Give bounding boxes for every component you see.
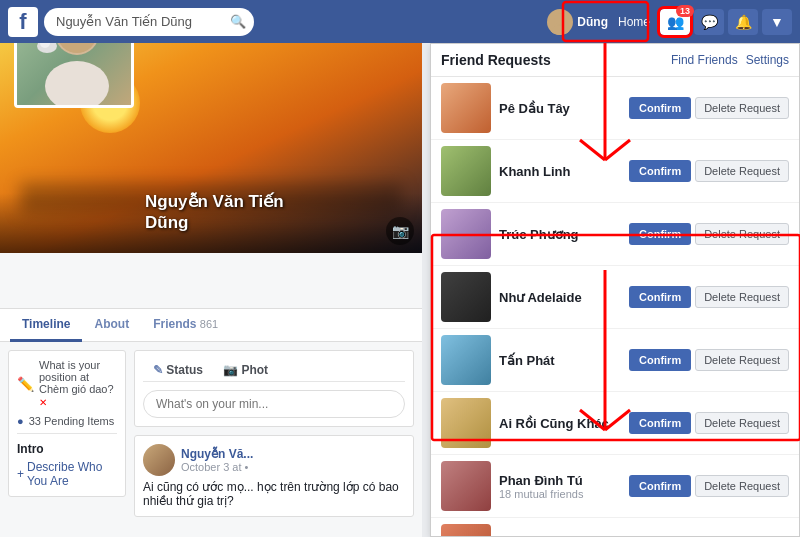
friend-request-item: Trúc Phương Confirm Delete Request: [431, 203, 799, 266]
confirm-button[interactable]: Confirm: [629, 475, 691, 497]
delete-request-button[interactable]: Delete Request: [695, 349, 789, 371]
settings-link[interactable]: Settings: [746, 53, 789, 67]
fr-avatar: [441, 272, 491, 322]
post-avatar: [143, 444, 175, 476]
fr-avatar: [441, 83, 491, 133]
delete-request-button[interactable]: Delete Request: [695, 412, 789, 434]
friend-request-item: Nở Ồ NỒ Confirm Delete Request: [431, 518, 799, 537]
tab-friends[interactable]: Friends 861: [141, 309, 230, 342]
fr-info: Trúc Phương: [499, 227, 621, 242]
fr-name[interactable]: Phan Đình Tú: [499, 473, 621, 488]
tab-timeline[interactable]: Timeline: [10, 309, 82, 342]
fr-buttons: Confirm Delete Request: [629, 349, 789, 371]
intro-section: Intro + Describe Who You Are: [17, 442, 117, 488]
fr-info: Phan Đình Tú 18 mutual friends: [499, 473, 621, 500]
fr-mutual: 18 mutual friends: [499, 488, 621, 500]
notifications-button[interactable]: 🔔: [728, 9, 758, 35]
cover-name-area: Nguyễn Văn Tiến Dũng: [145, 192, 284, 233]
about-panel: ✏️ What is your position at Chèm gió dao…: [8, 350, 126, 497]
friend-request-item: Như Adelaide Confirm Delete Request: [431, 266, 799, 329]
change-cover-button[interactable]: 📷: [386, 217, 414, 245]
home-link[interactable]: Home: [618, 15, 650, 29]
delete-request-button[interactable]: Delete Request: [695, 97, 789, 119]
photo-tab[interactable]: 📷 Phot: [213, 359, 278, 381]
delete-request-button[interactable]: Delete Request: [695, 286, 789, 308]
status-tab-label: Status: [166, 363, 203, 377]
add-intro[interactable]: + Describe Who You Are: [17, 460, 117, 488]
photo-tab-label: Phot: [241, 363, 268, 377]
fr-name[interactable]: Pê Dầu Tây: [499, 101, 621, 116]
find-friends-link[interactable]: Find Friends: [671, 53, 738, 67]
work-item: ✏️ What is your position at Chèm gió dao…: [17, 359, 117, 409]
fr-name[interactable]: Ai Rồi Cũng Khác: [499, 416, 621, 431]
intro-title: Intro: [17, 442, 117, 456]
fr-name[interactable]: Như Adelaide: [499, 290, 621, 305]
messages-button[interactable]: 💬: [694, 9, 724, 35]
pending-item: ● 33 Pending Items: [17, 415, 117, 427]
close-work-item[interactable]: ✕: [39, 397, 47, 408]
main-content: 📷 Nguyễn Văn Tiến Dũng: [0, 43, 422, 537]
add-icon: +: [17, 467, 24, 481]
post-text: Ai cũng có ước mọ... học trên trường lớp…: [143, 480, 405, 508]
feed-panel: ✎ Status 📷 Phot Nguyễn Vă... October 3 a…: [134, 350, 414, 525]
fr-avatar: [441, 524, 491, 537]
friend-requests-dropdown: Friend Requests Find Friends Settings Pê…: [430, 43, 800, 537]
delete-request-button[interactable]: Delete Request: [695, 223, 789, 245]
confirm-button[interactable]: Confirm: [629, 412, 691, 434]
fr-list: Pê Dầu Tây Confirm Delete Request Khanh …: [431, 77, 799, 537]
logo-letter: f: [19, 9, 26, 35]
fr-buttons: Confirm Delete Request: [629, 475, 789, 497]
confirm-button[interactable]: Confirm: [629, 349, 691, 371]
status-box: ✎ Status 📷 Phot: [134, 350, 414, 427]
delete-request-button[interactable]: Delete Request: [695, 475, 789, 497]
fr-buttons: Confirm Delete Request: [629, 97, 789, 119]
friend-request-item: Ai Rồi Cũng Khác Confirm Delete Request: [431, 392, 799, 455]
search-input[interactable]: [44, 8, 254, 36]
fr-header: Friend Requests Find Friends Settings: [431, 44, 799, 77]
fr-avatar: [441, 461, 491, 511]
pending-label: 33 Pending Items: [29, 415, 115, 427]
fr-buttons: Confirm Delete Request: [629, 286, 789, 308]
search-icon: 🔍: [230, 14, 246, 29]
fr-buttons: Confirm Delete Request: [629, 223, 789, 245]
fr-avatar: [441, 146, 491, 196]
status-tab[interactable]: ✎ Status: [143, 359, 213, 381]
friend-requests-badge: 13: [676, 5, 694, 17]
tab-about[interactable]: About: [82, 309, 141, 342]
user-name-link[interactable]: Dũng: [577, 15, 608, 29]
user-avatar-header: [547, 9, 573, 35]
confirm-button[interactable]: Confirm: [629, 97, 691, 119]
fr-info: Tấn Phát: [499, 353, 621, 368]
settings-button[interactable]: ▼: [762, 9, 792, 35]
work-icon: ✏️: [17, 376, 34, 392]
cover-profile-name: Nguyễn Văn Tiến Dũng: [145, 192, 284, 233]
fr-name[interactable]: Khanh Linh: [499, 164, 621, 179]
post-author[interactable]: Nguyễn Vă...: [181, 447, 253, 461]
confirm-button[interactable]: Confirm: [629, 286, 691, 308]
fr-buttons: Confirm Delete Request: [629, 412, 789, 434]
profile-name-line1: Nguyễn Văn Tiến: [145, 192, 284, 211]
fr-buttons: Confirm Delete Request: [629, 160, 789, 182]
delete-request-button[interactable]: Delete Request: [695, 160, 789, 182]
friend-request-item: Tấn Phát Confirm Delete Request: [431, 329, 799, 392]
fb-logo: f: [8, 7, 38, 37]
post-header: Nguyễn Vă... October 3 at •: [143, 444, 405, 476]
fr-name[interactable]: Tấn Phát: [499, 353, 621, 368]
profile-nav-tabs: Timeline About Friends 861: [0, 308, 422, 342]
status-input[interactable]: [143, 390, 405, 418]
confirm-button[interactable]: Confirm: [629, 223, 691, 245]
friend-requests-button[interactable]: 👥 13: [660, 9, 690, 35]
header-right: Dũng Home 👥 13 💬 🔔 ▼: [547, 9, 792, 35]
fr-avatar: [441, 398, 491, 448]
svg-point-1: [551, 25, 569, 35]
fr-info: Ai Rồi Cũng Khác: [499, 416, 621, 431]
post-box: Nguyễn Vă... October 3 at • Ai cũng có ư…: [134, 435, 414, 517]
fr-info: Như Adelaide: [499, 290, 621, 305]
confirm-button[interactable]: Confirm: [629, 160, 691, 182]
status-tabs: ✎ Status 📷 Phot: [143, 359, 405, 382]
intro-add-label[interactable]: Describe Who You Are: [27, 460, 117, 488]
fr-avatar: [441, 335, 491, 385]
fr-info: Khanh Linh: [499, 164, 621, 179]
fr-name[interactable]: Trúc Phương: [499, 227, 621, 242]
fb-header: f 🔍 Dũng Home 👥 13 💬 🔔 ▼: [0, 0, 800, 43]
